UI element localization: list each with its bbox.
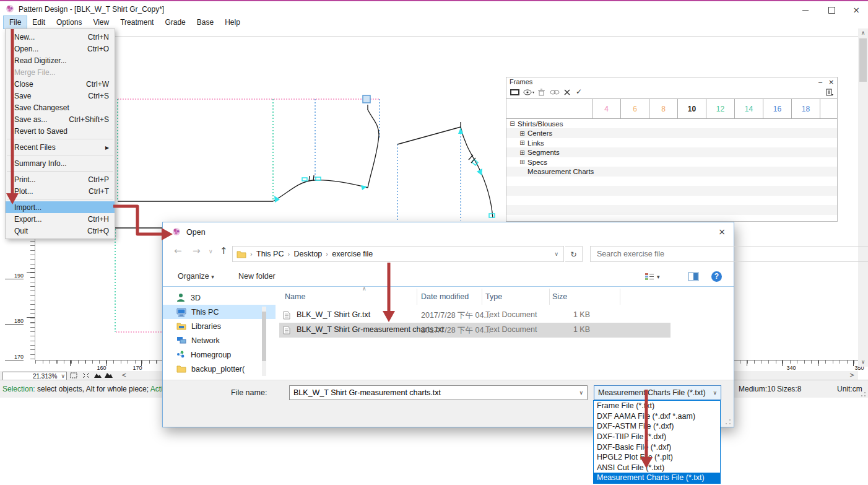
scroll-right-icon[interactable]: > (849, 372, 854, 378)
menu-file[interactable]: File (4, 16, 27, 28)
tree-item-shirts-blouses[interactable]: ⊟Shirts/Blouses (506, 119, 837, 129)
column-header-name[interactable]: Name (285, 292, 305, 301)
menu-item-plot[interactable]: Plot...Ctrl+T (6, 185, 115, 197)
check-icon[interactable]: ✓ (576, 87, 582, 96)
menu-item-save[interactable]: SaveCtrl+S (6, 90, 115, 102)
breadcrumb[interactable]: › This PC › Desktop › exercise file ∨ (232, 246, 564, 262)
back-button[interactable]: ← (174, 245, 182, 256)
zoom-select[interactable]: 21.313% ∨ (2, 372, 67, 380)
type-option-measurement-charts[interactable]: Measurement Charts File (*.txt) (594, 473, 720, 483)
menu-item-save-as[interactable]: Save as...Ctrl+Shift+S (6, 113, 115, 125)
size-cell[interactable]: 18 (791, 99, 820, 118)
maximize-button[interactable] (820, 2, 843, 17)
breadcrumb-this-pc[interactable]: This PC (256, 250, 284, 258)
menu-grade[interactable]: Grade (159, 16, 191, 28)
menu-item-print[interactable]: Print...Ctrl+P (6, 173, 115, 185)
size-cell[interactable]: 16 (763, 99, 791, 118)
size-cell[interactable]: 4 (592, 99, 620, 118)
dialog-resize-grip[interactable] (725, 419, 731, 425)
up-button[interactable]: ↑ (220, 245, 228, 256)
type-option-dxf-tiip[interactable]: DXF-TIIP File (*.dxf) (594, 432, 720, 442)
type-option-dxf-basic[interactable]: DXF-Basic File (*.dxf) (594, 442, 720, 452)
size-cell[interactable]: 14 (734, 99, 763, 118)
column-header-size[interactable]: Size (552, 292, 567, 301)
tree-item-segments[interactable]: ⊞Segments (506, 148, 837, 158)
tree-item-centers[interactable]: ⊞Centers (506, 129, 837, 139)
frame-select-icon[interactable] (69, 372, 79, 379)
frames-close-button[interactable]: × (828, 78, 834, 86)
chevron-down-icon[interactable]: ∨ (579, 390, 587, 396)
menu-item-quit[interactable]: QuitCtrl+Q (6, 225, 115, 237)
column-header-date-modified[interactable]: Date modified (421, 292, 469, 301)
eye-icon[interactable] (523, 89, 534, 96)
preview-pane-icon[interactable] (688, 272, 699, 281)
minimize-button[interactable] (794, 2, 817, 17)
menu-item-close[interactable]: CloseCtrl+W (6, 78, 115, 90)
sidebar-scrollbar[interactable] (262, 307, 266, 376)
history-dropdown-icon[interactable]: ∨ (209, 248, 213, 255)
refresh-button[interactable]: ↻ (565, 246, 583, 262)
frames-minimize-button[interactable]: – (818, 78, 822, 85)
size-cell[interactable]: 8 (649, 99, 677, 118)
size-cell-base[interactable]: 10 (677, 99, 706, 118)
menu-item-import[interactable]: Import... (6, 201, 115, 213)
tree-item-specs[interactable]: ⊞Specs (506, 157, 837, 167)
file-row[interactable]: BLK_W_T Shirt Gr.txt 2017/7/28 下午 04... … (279, 308, 671, 323)
breadcrumb-exercise-file[interactable]: exercise file (332, 250, 373, 258)
sidebar-item-libraries[interactable]: Libraries (163, 319, 276, 333)
sidebar-item-homegroup[interactable]: Homegroup (163, 347, 276, 362)
zoom-in-icon[interactable] (93, 372, 103, 379)
column-divider[interactable] (482, 289, 482, 305)
sidebar-item-3d[interactable]: 3D (163, 291, 276, 305)
menu-item-summary-info[interactable]: Summary Info... (6, 157, 115, 169)
vertical-scroll-thumb[interactable] (859, 38, 867, 82)
menu-help[interactable]: Help (219, 16, 246, 28)
tree-item-measurement-charts[interactable]: Measurement Charts (506, 167, 837, 177)
trash-icon[interactable] (537, 89, 545, 96)
view-dropdown-icon[interactable]: ▾ (657, 274, 660, 280)
type-option-dxf-astm[interactable]: DXF-ASTM File (*.dxf) (594, 421, 720, 432)
column-divider[interactable] (549, 289, 550, 305)
resize-grip[interactable] (861, 391, 866, 397)
scroll-down-icon[interactable]: ∨ (858, 357, 868, 367)
forward-button[interactable]: → (193, 245, 201, 256)
expand-icon[interactable]: ⊞ (519, 159, 526, 165)
column-divider[interactable] (620, 289, 620, 305)
dialog-close-button[interactable]: × (710, 222, 734, 240)
zoom-out-icon[interactable] (104, 372, 113, 379)
expand-icon[interactable]: ⊞ (519, 130, 526, 137)
size-cell[interactable]: 6 (620, 99, 649, 118)
delete-x-icon[interactable] (563, 89, 571, 96)
type-option-ansi-cut[interactable]: ANSI Cut File (*.txt) (594, 463, 720, 473)
size-cell[interactable]: 12 (706, 99, 734, 118)
link-icon[interactable] (550, 89, 560, 96)
collapse-icon[interactable]: ⊟ (509, 120, 516, 127)
menu-item-recent-files[interactable]: Recent Files▸ (6, 141, 115, 153)
menu-item-save-changeset[interactable]: Save Changeset (6, 102, 115, 113)
new-folder-button[interactable]: New folder (238, 272, 276, 281)
menu-item-read-digitizer[interactable]: Read Digitizer... (6, 55, 115, 66)
column-divider[interactable] (417, 289, 417, 305)
search-input[interactable] (596, 249, 868, 259)
tree-item-links[interactable]: ⊞Links (506, 138, 837, 148)
frame-table-icon[interactable] (510, 89, 519, 96)
menu-view[interactable]: View (87, 16, 115, 28)
type-option-hpgl2-plot[interactable]: HPGL2 Plot File (*.plt) (594, 452, 720, 463)
close-button[interactable]: × (844, 2, 868, 17)
scroll-left-icon[interactable]: < (121, 372, 126, 378)
address-dropdown-icon[interactable]: ∨ (554, 251, 563, 257)
type-option-dxf-aama[interactable]: DXF AAMA File (*.dxf *.aam) (594, 411, 720, 422)
expand-icon[interactable]: ⊞ (519, 139, 526, 146)
view-options-icon[interactable] (644, 272, 654, 281)
sidebar-scroll-thumb[interactable] (262, 312, 266, 361)
menu-item-open[interactable]: Open...Ctrl+O (6, 43, 115, 55)
menu-options[interactable]: Options (51, 16, 87, 28)
sidebar-item-network[interactable]: Network (163, 333, 276, 347)
type-option-frame-file[interactable]: Frame File (*.txt) (594, 401, 720, 411)
zoom-extents-icon[interactable] (82, 372, 91, 379)
file-type-select[interactable]: Measurement Charts File (*.txt) ∨ (594, 385, 721, 400)
breadcrumb-desktop[interactable]: Desktop (293, 250, 322, 258)
file-row-selected[interactable]: BLK_W_T Shirt Gr-measurement charts.txt … (279, 323, 671, 338)
file-name-input[interactable] (290, 388, 579, 397)
menu-treatment[interactable]: Treatment (115, 16, 159, 28)
